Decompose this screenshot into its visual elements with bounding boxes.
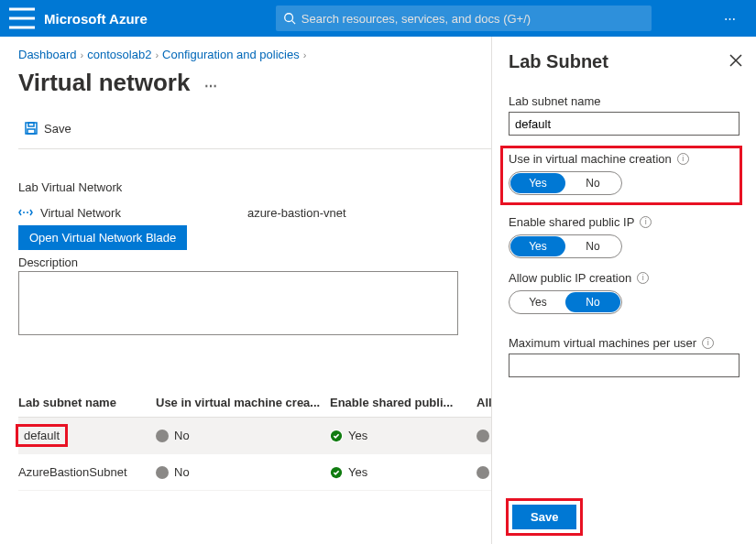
max-vm-label: Maximum virtual machines per user i xyxy=(509,336,740,350)
subnet-name-cell: AzureBastionSubnet xyxy=(18,465,127,479)
search-icon xyxy=(283,12,296,25)
label-text: Use in virtual machine creation xyxy=(509,152,672,166)
shared-ip-toggle[interactable]: Yes No xyxy=(509,234,622,258)
brand-label: Microsoft Azure xyxy=(44,11,148,27)
svg-point-5 xyxy=(27,212,28,213)
panel-save-button[interactable]: Save xyxy=(512,505,576,529)
status-dot-gray xyxy=(156,430,169,442)
status-check-icon xyxy=(330,430,343,442)
th-shared[interactable]: Enable shared publi... xyxy=(330,396,477,409)
save-button[interactable]: Save xyxy=(18,117,77,139)
page-title-text: Virtual network xyxy=(18,69,190,96)
cell-text: Yes xyxy=(348,465,367,479)
allow-ip-toggle[interactable]: Yes No xyxy=(509,290,622,314)
use-in-vm-block: Use in virtual machine creation i Yes No xyxy=(503,148,740,202)
subnet-name-label: Lab subnet name xyxy=(509,94,740,108)
panel-save-wrap: Save xyxy=(509,501,580,533)
subnet-name-input[interactable] xyxy=(509,112,740,136)
chevron-right-icon: › xyxy=(81,49,84,60)
subnet-name-cell: default xyxy=(18,427,65,444)
cell-text: Yes xyxy=(348,429,367,442)
allow-ip-block: Allow public IP creation i Yes No xyxy=(509,271,740,314)
panel-title: Lab Subnet xyxy=(509,51,740,72)
virtual-network-icon xyxy=(18,205,33,220)
toggle-no[interactable]: No xyxy=(565,173,620,193)
toggle-no[interactable]: No xyxy=(565,292,620,312)
toggle-yes[interactable]: Yes xyxy=(510,292,565,312)
virtual-network-name: azure-bastion-vnet xyxy=(247,206,346,220)
main-content: Dashboard › contosolab2 › Configuration … xyxy=(0,37,756,502)
svg-point-0 xyxy=(285,14,293,22)
svg-rect-3 xyxy=(27,129,35,134)
toggle-no[interactable]: No xyxy=(565,236,620,256)
label-text: Allow public IP creation xyxy=(509,271,631,285)
toggle-yes[interactable]: Yes xyxy=(510,236,565,256)
chevron-right-icon: › xyxy=(155,49,159,60)
info-icon[interactable]: i xyxy=(677,153,689,165)
breadcrumb-item[interactable]: contosolab2 xyxy=(87,48,151,61)
open-vnet-blade-button[interactable]: Open Virtual Network Blade xyxy=(18,225,187,250)
save-icon xyxy=(24,121,38,136)
toggle-yes[interactable]: Yes xyxy=(510,173,565,193)
status-dot-gray xyxy=(477,466,489,479)
breadcrumb-item[interactable]: Configuration and policies xyxy=(162,48,300,61)
search-box[interactable] xyxy=(276,5,652,31)
status-check-icon xyxy=(330,466,343,479)
cell-text: No xyxy=(174,429,190,442)
menu-icon[interactable] xyxy=(7,4,37,33)
more-icon[interactable]: ⋯ xyxy=(712,12,749,26)
lab-subnet-panel: Lab Subnet Lab subnet name Use in virtua… xyxy=(491,37,756,544)
th-name[interactable]: Lab subnet name xyxy=(18,396,156,409)
th-use[interactable]: Use in virtual machine crea... xyxy=(156,396,330,409)
shared-ip-label: Enable shared public IP i xyxy=(509,215,740,229)
close-icon[interactable] xyxy=(729,53,743,68)
status-dot-gray xyxy=(477,430,489,442)
label-text: Maximum virtual machines per user xyxy=(509,336,696,350)
svg-point-4 xyxy=(23,212,25,213)
more-icon[interactable]: ⋯ xyxy=(204,79,218,93)
allow-ip-label: Allow public IP creation i xyxy=(509,271,740,285)
info-icon[interactable]: i xyxy=(640,216,652,228)
description-input[interactable] xyxy=(18,271,458,335)
max-vm-input[interactable] xyxy=(509,354,740,377)
info-icon[interactable]: i xyxy=(702,337,714,349)
search-input[interactable] xyxy=(301,12,644,26)
use-in-vm-toggle[interactable]: Yes No xyxy=(509,171,622,195)
use-in-vm-label: Use in virtual machine creation i xyxy=(509,152,734,166)
status-dot-gray xyxy=(156,466,169,479)
breadcrumb-item[interactable]: Dashboard xyxy=(18,48,77,61)
svg-rect-2 xyxy=(28,123,34,126)
top-bar: Microsoft Azure ⋯ xyxy=(0,0,756,37)
info-icon[interactable]: i xyxy=(637,272,649,284)
shared-ip-block: Enable shared public IP i Yes No xyxy=(509,215,740,258)
save-label: Save xyxy=(44,122,71,136)
chevron-right-icon: › xyxy=(303,49,307,60)
virtual-network-link[interactable]: Virtual Network xyxy=(40,206,121,220)
cell-text: No xyxy=(174,465,190,479)
label-text: Enable shared public IP xyxy=(509,215,634,229)
